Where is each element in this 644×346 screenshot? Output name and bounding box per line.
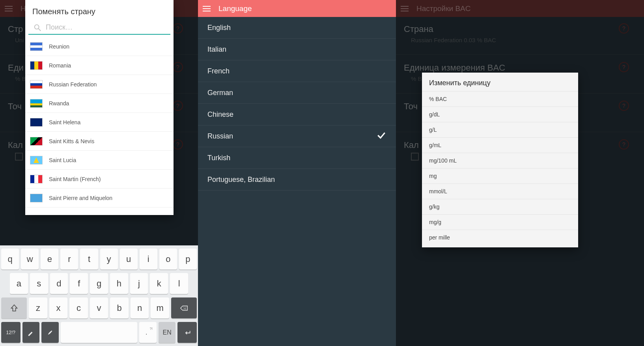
letter-key[interactable]: v bbox=[90, 297, 108, 318]
language-item[interactable]: French bbox=[198, 60, 396, 82]
letter-key[interactable]: k bbox=[150, 273, 168, 294]
enter-key[interactable] bbox=[177, 322, 197, 343]
letter-key[interactable]: f bbox=[70, 273, 88, 294]
language-item[interactable]: German bbox=[198, 82, 396, 104]
letter-key[interactable]: b bbox=[110, 297, 129, 318]
language-label: Chinese bbox=[207, 110, 233, 119]
letter-key[interactable]: a bbox=[10, 273, 28, 294]
language-label: Turkish bbox=[207, 154, 230, 162]
letter-key[interactable]: r bbox=[60, 249, 78, 269]
language-label: Portuguese, Brazilian bbox=[207, 176, 275, 184]
country-item[interactable]: Saint Helena bbox=[25, 113, 174, 132]
letter-key[interactable]: j bbox=[130, 273, 148, 294]
unit-item[interactable]: mmol/L bbox=[422, 183, 578, 199]
shift-key[interactable] bbox=[1, 297, 27, 318]
letter-key[interactable]: l bbox=[170, 273, 188, 294]
flag-icon bbox=[30, 61, 43, 70]
letter-key[interactable]: s bbox=[30, 273, 48, 294]
flag-icon bbox=[30, 194, 43, 202]
country-item[interactable]: Saint Kitts & Nevis bbox=[25, 132, 174, 151]
letter-key[interactable]: c bbox=[69, 297, 88, 318]
unit-item[interactable]: g/kg bbox=[422, 199, 578, 214]
language-item[interactable]: Italian bbox=[198, 39, 396, 60]
unit-item[interactable]: g/mL bbox=[422, 137, 578, 153]
flag-icon bbox=[30, 156, 43, 165]
country-dialog: Поменять страну Reunion Romania Russian … bbox=[25, 0, 174, 215]
unit-item[interactable]: g/L bbox=[422, 122, 578, 137]
letter-key[interactable]: y bbox=[100, 249, 118, 269]
brush-key[interactable] bbox=[41, 322, 59, 343]
country-list[interactable]: Reunion Romania Russian Federation Rwand… bbox=[25, 37, 174, 208]
unit-item[interactable]: mg/100 mL bbox=[422, 153, 578, 168]
screen-unit-picker: Настройки BAC Страна ? Russian Federatio… bbox=[396, 0, 644, 346]
country-item[interactable]: Rwanda bbox=[25, 94, 174, 113]
svg-line-1 bbox=[39, 28, 41, 31]
language-item[interactable]: Portuguese, Brazilian bbox=[198, 169, 396, 191]
check-icon bbox=[376, 130, 386, 142]
language-item[interactable]: Chinese bbox=[198, 104, 396, 125]
search-row bbox=[28, 19, 170, 35]
country-item[interactable]: Reunion bbox=[25, 37, 174, 56]
letter-key[interactable]: h bbox=[110, 273, 128, 294]
hamburger-icon[interactable] bbox=[203, 6, 211, 11]
letter-key[interactable]: g bbox=[90, 273, 108, 294]
space-key[interactable] bbox=[61, 322, 137, 343]
language-label: French bbox=[207, 67, 230, 75]
country-item[interactable]: Saint Pierre and Miquelon bbox=[25, 189, 174, 208]
language-item[interactable]: English bbox=[198, 17, 396, 39]
language-list[interactable]: EnglishItalianFrenchGermanChineseRussian… bbox=[198, 17, 396, 191]
language-label: Russian bbox=[207, 132, 233, 140]
appbar: Language bbox=[198, 0, 396, 17]
search-icon bbox=[33, 23, 42, 32]
letter-key[interactable]: x bbox=[49, 297, 68, 318]
letter-key[interactable]: m bbox=[151, 297, 169, 318]
flag-icon bbox=[30, 99, 43, 108]
flag-icon bbox=[30, 137, 43, 146]
screen-language: Language EnglishItalianFrenchGermanChine… bbox=[198, 0, 396, 346]
letter-key[interactable]: w bbox=[21, 249, 39, 269]
unit-item[interactable]: mg bbox=[422, 168, 578, 183]
country-item[interactable]: Russian Federation bbox=[25, 75, 174, 94]
language-item[interactable]: Russian bbox=[198, 125, 396, 147]
unit-item[interactable]: g/dL bbox=[422, 107, 578, 122]
letter-key[interactable]: e bbox=[41, 249, 58, 269]
language-item[interactable]: Turkish bbox=[198, 147, 396, 169]
flag-icon bbox=[30, 118, 43, 127]
backspace-key[interactable] bbox=[171, 297, 197, 318]
dialog-title: Поменять страну bbox=[25, 0, 174, 19]
letter-key[interactable]: d bbox=[50, 273, 68, 294]
flag-icon bbox=[30, 80, 43, 89]
language-label: English bbox=[207, 24, 231, 32]
unit-item[interactable]: mg/g bbox=[422, 214, 578, 230]
screen-country-picker: Н Стр ? Uni Еди ? % B Точ ? Кал ? Поменя… bbox=[0, 0, 198, 346]
svg-point-0 bbox=[35, 24, 39, 29]
country-item[interactable]: Romania bbox=[25, 56, 174, 75]
flag-icon bbox=[30, 42, 43, 51]
letter-key[interactable]: o bbox=[159, 249, 177, 269]
unit-dialog: Изменить единицу % BACg/dLg/Lg/mLmg/100 … bbox=[422, 73, 578, 247]
search-input[interactable] bbox=[46, 21, 166, 34]
dot-key[interactable]: .?! bbox=[139, 322, 157, 343]
appbar-title: Language bbox=[218, 4, 252, 13]
numeric-key[interactable]: 12!? bbox=[1, 322, 21, 343]
unit-item[interactable]: per mille bbox=[422, 230, 578, 245]
magic-key[interactable] bbox=[22, 322, 40, 343]
letter-key[interactable]: u bbox=[120, 249, 138, 269]
dialog-title: Изменить единицу bbox=[422, 73, 578, 91]
language-label: Italian bbox=[207, 45, 226, 54]
unit-item[interactable]: % BAC bbox=[422, 91, 578, 107]
letter-key[interactable]: p bbox=[179, 249, 197, 269]
language-label: German bbox=[207, 89, 233, 97]
letter-key[interactable]: q bbox=[1, 249, 19, 269]
country-item[interactable]: Saint Martin (French) bbox=[25, 170, 174, 189]
language-key[interactable]: EN bbox=[159, 322, 176, 343]
letter-key[interactable]: n bbox=[131, 297, 149, 318]
letter-key[interactable]: z bbox=[29, 297, 47, 318]
keyboard[interactable]: qwertyuiop asdfghjkl z x c v b n m 12!? … bbox=[0, 245, 198, 346]
unit-list[interactable]: % BACg/dLg/Lg/mLmg/100 mLmgmmol/Lg/kgmg/… bbox=[422, 91, 578, 245]
country-item[interactable]: Saint Lucia bbox=[25, 151, 174, 170]
letter-key[interactable]: t bbox=[80, 249, 98, 269]
flag-icon bbox=[30, 175, 43, 183]
letter-key[interactable]: i bbox=[140, 249, 157, 269]
